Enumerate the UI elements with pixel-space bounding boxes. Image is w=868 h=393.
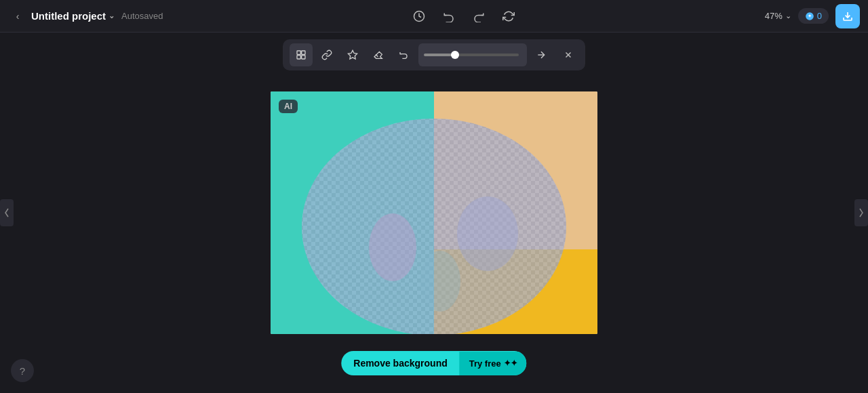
forward-icon xyxy=(536,49,547,60)
download-button[interactable] xyxy=(835,4,860,28)
credits-count: 0 xyxy=(817,11,822,21)
download-icon xyxy=(842,11,853,22)
redo-button[interactable] xyxy=(469,7,488,26)
canvas-area: AI Remove background Try free ✦✦ xyxy=(0,33,868,393)
remove-background-popup[interactable]: Remove background Try free ✦✦ xyxy=(341,351,526,375)
undo-tool-icon xyxy=(399,49,410,60)
credits-icon: ✦ xyxy=(805,12,814,21)
right-panel-handle[interactable] xyxy=(854,199,868,226)
help-icon: ? xyxy=(20,365,25,377)
svg-point-16 xyxy=(369,213,416,281)
popup-main-text: Remove background xyxy=(341,351,459,375)
slider-thumb xyxy=(451,51,459,59)
project-title[interactable]: Untitled project ⌄ xyxy=(31,10,115,22)
shape-tool-button[interactable] xyxy=(341,43,364,66)
svg-point-17 xyxy=(457,196,518,271)
svg-rect-6 xyxy=(297,56,300,59)
undo-button[interactable] xyxy=(439,7,458,26)
undo-icon xyxy=(443,10,455,22)
image-toolbar xyxy=(283,39,585,70)
toolbar-close-button[interactable] xyxy=(558,45,578,65)
svg-point-18 xyxy=(420,251,460,312)
back-button[interactable]: ‹ xyxy=(8,7,27,26)
brush-slider-container[interactable] xyxy=(418,43,527,66)
select-tool-button[interactable] xyxy=(290,43,313,66)
link-icon xyxy=(321,49,332,60)
popup-stars-icon: ✦✦ xyxy=(504,358,517,368)
link-tool-button[interactable] xyxy=(315,43,338,66)
history-icon xyxy=(413,10,425,22)
autosaved-label: Autosaved xyxy=(121,11,163,21)
shape-icon xyxy=(347,49,358,60)
topbar-center xyxy=(168,7,759,26)
erase-icon xyxy=(373,49,384,60)
brush-size-slider[interactable] xyxy=(424,54,519,56)
topbar: ‹ Untitled project ⌄ Autosaved xyxy=(0,0,868,33)
erase-tool-button[interactable] xyxy=(367,43,390,66)
ai-label: AI xyxy=(284,102,292,111)
svg-text:✦: ✦ xyxy=(808,14,812,18)
redo-icon xyxy=(473,10,485,22)
help-button[interactable]: ? xyxy=(11,359,34,382)
svg-rect-5 xyxy=(302,51,305,54)
history-button[interactable] xyxy=(410,7,429,26)
image-canvas[interactable]: AI xyxy=(271,91,597,334)
refresh-button[interactable] xyxy=(499,7,518,26)
zoom-value: 47% xyxy=(765,11,783,21)
right-chevron-icon xyxy=(858,207,865,218)
left-chevron-icon xyxy=(3,207,10,218)
left-panel-handle[interactable] xyxy=(0,199,14,226)
topbar-right: 47% ⌄ ✦ 0 xyxy=(765,4,860,28)
svg-marker-8 xyxy=(348,50,357,59)
credits-badge[interactable]: ✦ 0 xyxy=(798,8,829,24)
close-icon xyxy=(564,50,573,60)
forward-tool-button[interactable] xyxy=(530,43,553,66)
project-title-chevron: ⌄ xyxy=(108,12,115,20)
topbar-left: ‹ Untitled project ⌄ Autosaved xyxy=(8,7,163,26)
zoom-control[interactable]: 47% ⌄ xyxy=(765,11,791,21)
ai-badge: AI xyxy=(279,100,298,113)
refresh-icon xyxy=(502,10,515,22)
people-overlay-svg xyxy=(271,91,597,334)
svg-rect-7 xyxy=(302,56,305,59)
select-icon xyxy=(296,49,307,60)
popup-badge[interactable]: Try free ✦✦ xyxy=(460,352,527,375)
svg-rect-4 xyxy=(297,51,300,54)
undo-tool-button[interactable] xyxy=(393,43,416,66)
popup-badge-text: Try free xyxy=(469,358,501,369)
zoom-chevron: ⌄ xyxy=(785,12,791,20)
